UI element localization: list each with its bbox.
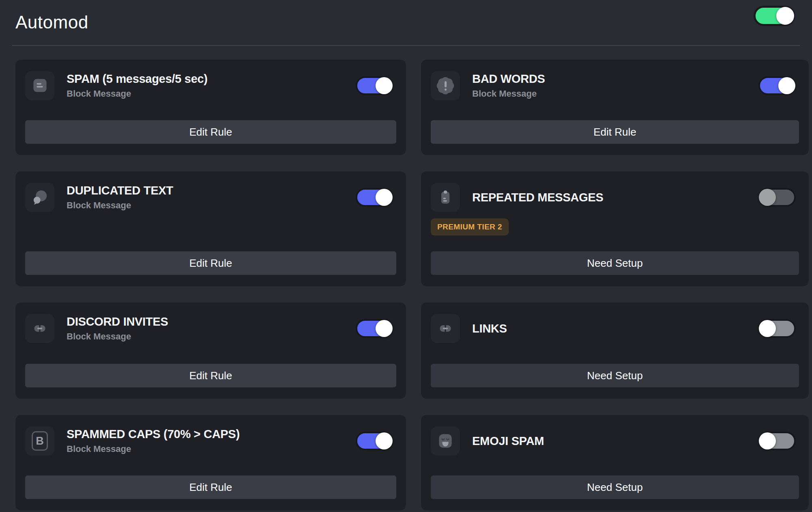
toggle-knob	[776, 7, 794, 25]
card-header: DUPLICATED TEXT Block Message	[25, 183, 396, 212]
rule-title: EMOJI SPAM	[472, 434, 544, 448]
toggle-knob	[759, 432, 776, 449]
card-header: DISCORD INVITES Block Message	[25, 314, 396, 343]
toggle-knob	[376, 189, 393, 206]
card-header: SPAM (5 messages/5 sec) Block Message	[25, 71, 396, 100]
rule-toggle-emoji-spam[interactable]	[758, 432, 796, 450]
rule-title: LINKS	[472, 322, 507, 335]
rule-toggle-duplicated-text[interactable]	[356, 188, 393, 207]
need-setup-button-emoji-spam[interactable]: Need Setup	[431, 475, 799, 499]
clipboard-icon	[431, 183, 460, 212]
card-links: LINKS Need Setup	[421, 302, 809, 399]
rule-action: Block Message	[472, 89, 545, 99]
need-setup-button-links[interactable]: Need Setup	[431, 364, 799, 387]
toggle-knob	[759, 320, 776, 337]
card-emoji-spam: EMOJI SPAM Need Setup	[421, 415, 809, 510]
toggle-knob	[376, 432, 393, 449]
card-spam: SPAM (5 messages/5 sec) Block Message Ed…	[15, 60, 406, 155]
card-header: REPEATED MESSAGES	[431, 183, 799, 212]
card-spammed-caps: B SPAMMED CAPS (70% > CAPS) Block Messag…	[15, 415, 406, 510]
card-header: BAD WORDS Block Message	[431, 71, 799, 100]
need-setup-button-repeated-messages[interactable]: Need Setup	[431, 251, 799, 275]
card-repeated-messages: REPEATED MESSAGES PREMIUM TIER 2 Need Se…	[421, 171, 809, 286]
rule-action: Block Message	[67, 331, 168, 342]
rule-toggle-links[interactable]	[758, 319, 796, 338]
card-duplicated-text: DUPLICATED TEXT Block Message Edit Rule	[15, 171, 406, 286]
rule-title: DISCORD INVITES	[67, 315, 168, 328]
rule-toggle-spam[interactable]	[356, 76, 393, 95]
message-lines-icon	[25, 71, 54, 100]
edit-rule-button-spam[interactable]: Edit Rule	[25, 120, 396, 144]
link-icon	[25, 314, 54, 343]
card-bad-words: BAD WORDS Block Message Edit Rule	[421, 60, 809, 155]
toggle-knob	[376, 77, 393, 94]
automod-master-toggle[interactable]	[754, 6, 795, 26]
rule-toggle-discord-invites[interactable]	[356, 319, 393, 338]
emoji-face-icon	[431, 426, 460, 456]
badge-exclamation-icon	[431, 71, 460, 100]
toggle-knob	[778, 77, 795, 94]
rule-toggle-bad-words[interactable]	[758, 76, 796, 95]
rule-action: Block Message	[67, 444, 240, 454]
toggle-knob	[759, 189, 776, 206]
rule-title: SPAMMED CAPS (70% > CAPS)	[67, 428, 240, 441]
rule-action: Block Message	[67, 89, 207, 99]
edit-rule-button-duplicated-text[interactable]: Edit Rule	[25, 251, 396, 275]
premium-tier-badge: PREMIUM TIER 2	[431, 218, 509, 235]
rules-grid: SPAM (5 messages/5 sec) Block Message Ed…	[15, 60, 812, 510]
page-title: Automod	[15, 12, 89, 32]
chat-bubbles-icon	[25, 183, 54, 212]
rule-toggle-spammed-caps[interactable]	[356, 432, 393, 450]
edit-rule-button-spammed-caps[interactable]: Edit Rule	[25, 475, 396, 499]
link-icon	[431, 314, 460, 343]
rule-title: SPAM (5 messages/5 sec)	[67, 72, 207, 86]
card-header: B SPAMMED CAPS (70% > CAPS) Block Messag…	[25, 426, 396, 456]
bold-glyph: B	[32, 431, 48, 451]
rule-action: Block Message	[67, 200, 173, 211]
header-divider	[12, 45, 800, 46]
bold-icon: B	[25, 426, 54, 456]
card-header: LINKS	[431, 314, 799, 343]
edit-rule-button-bad-words[interactable]: Edit Rule	[431, 120, 799, 144]
card-discord-invites: DISCORD INVITES Block Message Edit Rule	[15, 302, 406, 399]
page-header: Automod	[0, 0, 812, 45]
card-header: EMOJI SPAM	[431, 426, 799, 456]
edit-rule-button-discord-invites[interactable]: Edit Rule	[25, 364, 396, 387]
automod-page: Automod SPAM (5 messages/5 sec) Block Me…	[0, 0, 812, 512]
rule-title: DUPLICATED TEXT	[67, 184, 173, 197]
toggle-knob	[376, 320, 393, 337]
rule-title: REPEATED MESSAGES	[472, 191, 603, 204]
rule-title: BAD WORDS	[472, 72, 545, 86]
rule-toggle-repeated-messages[interactable]	[758, 188, 796, 207]
